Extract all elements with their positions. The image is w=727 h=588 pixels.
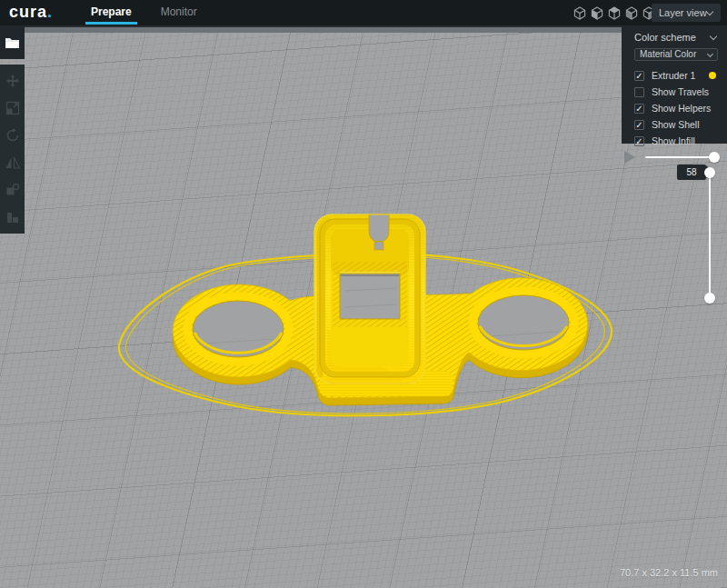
open-folder-icon [5,36,20,49]
mirror-icon [5,155,20,170]
view-top-icon[interactable] [608,6,621,20]
chevron-down-icon [707,51,713,57]
view-mode-value: Layer view [659,7,707,18]
camera-view-buttons [573,6,655,20]
build-plate-grid [0,33,727,588]
show-travels-checkbox[interactable] [634,87,644,97]
layer-view-panel: Color scheme Material Color ✓ Extruder 1… [622,25,727,144]
show-shell-checkbox[interactable]: ✓ [634,120,644,130]
view-3d-icon[interactable] [573,6,586,20]
layer-slider-track[interactable] [709,173,711,299]
show-helpers-label: Show Helpers [652,103,711,114]
cura-logo: cura. [9,3,53,22]
mirror-tool-button[interactable] [0,149,25,176]
extruder-1-checkbox[interactable]: ✓ [634,71,644,81]
option-show-infill: ✓ Show Infill [634,134,718,148]
tab-monitor[interactable]: Monitor [146,0,212,25]
scale-tool-button[interactable] [0,95,25,122]
support-blocker-button[interactable] [0,204,25,231]
layer-slider-upper-handle[interactable] [704,167,715,178]
tool-panel [0,65,25,234]
rotate-icon [5,128,20,143]
option-show-helpers: ✓ Show Helpers [634,101,718,115]
simulation-slider-handle[interactable] [709,152,720,163]
simulation-slider-track[interactable] [645,156,715,158]
show-infill-checkbox[interactable]: ✓ [634,136,644,146]
open-file-button[interactable] [0,25,25,59]
view-mode-dropdown[interactable]: Layer view [652,4,721,22]
extruder-1-color-swatch [709,72,716,79]
color-scheme-dropdown[interactable]: Material Color [634,48,718,61]
chevron-down-icon [710,33,717,40]
layer-number-badge: 58 [677,164,706,180]
layer-view-options: ✓ Extruder 1 Show Travels ✓ Show Helpers… [634,68,718,148]
view-front-icon[interactable] [591,6,603,20]
rotate-tool-button[interactable] [0,122,25,149]
per-model-settings-icon [5,183,20,197]
horizon-band [0,25,727,33]
support-blocker-icon [5,210,20,224]
extruder-1-label: Extruder 1 [652,70,695,81]
move-icon [5,74,20,88]
show-infill-label: Show Infill [652,135,695,146]
layer-slider-lower-handle[interactable] [704,293,715,304]
top-bar: cura. Prepare Monitor Lay [0,0,727,25]
color-scheme-header[interactable]: Color scheme [634,31,718,45]
move-tool-button[interactable] [0,67,25,95]
option-show-travels: Show Travels [634,85,718,99]
chevron-down-icon [706,8,713,15]
option-show-shell: ✓ Show Shell [634,117,718,132]
simulation-play-button[interactable] [624,151,635,164]
viewport-3d[interactable]: 70.7 x 32.2 x 11.5 mm [0,25,727,588]
scale-icon [5,101,20,115]
color-scheme-value: Material Color [640,49,696,59]
tab-prepare[interactable]: Prepare [76,0,146,25]
show-travels-label: Show Travels [652,86,709,97]
logo-dot: . [47,3,53,21]
show-shell-label: Show Shell [652,119,700,130]
stage-tabs: Prepare Monitor [76,0,212,25]
show-helpers-checkbox[interactable]: ✓ [634,104,644,114]
per-model-settings-button[interactable] [0,176,25,204]
model-dimensions: 70.7 x 32.2 x 11.5 mm [620,567,718,578]
view-left-icon[interactable] [625,6,638,20]
color-scheme-label: Color scheme [634,32,696,43]
option-extruder-1: ✓ Extruder 1 [634,68,718,83]
